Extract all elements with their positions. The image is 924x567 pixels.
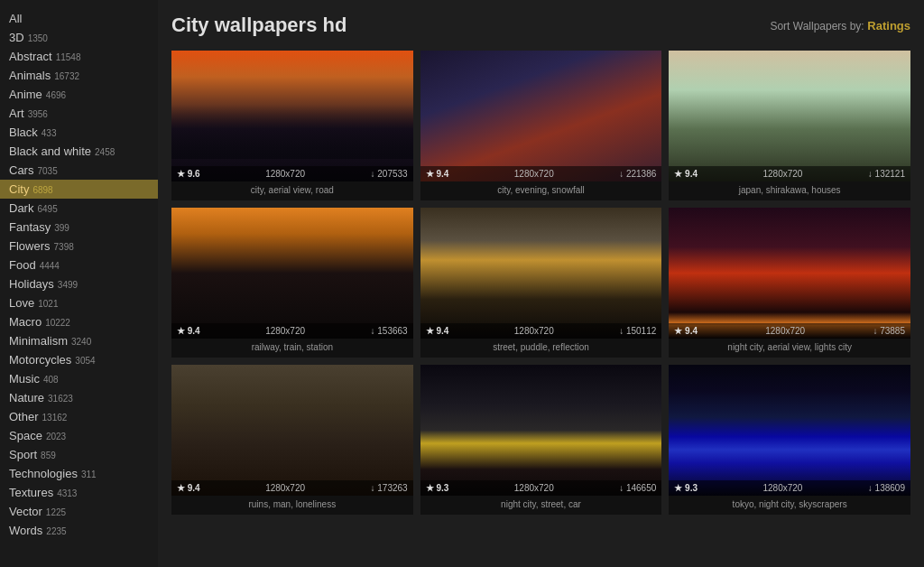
sidebar-item-label: Textures	[9, 486, 53, 499]
sidebar-item-label: Motorcycles	[9, 353, 71, 367]
wallpaper-rating: ★ 9.3	[426, 483, 449, 493]
wallpaper-card[interactable]: ★ 9.31280x720↓ 146650night city, street,…	[420, 365, 662, 515]
sidebar-item-space[interactable]: Space2023	[0, 426, 158, 445]
sidebar-item-label: Cars	[9, 163, 33, 177]
wallpaper-thumbnail: ★ 9.41280x720↓ 153663	[171, 208, 413, 339]
sidebar-item-animals[interactable]: Animals16732	[0, 66, 158, 85]
wallpaper-views: ↓ 221386	[619, 169, 656, 179]
sidebar-item-other[interactable]: Other13162	[0, 407, 158, 426]
sidebar-item-holidays[interactable]: Holidays3499	[0, 274, 158, 293]
sidebar-item-love[interactable]: Love1021	[0, 293, 158, 312]
sidebar-item-macro[interactable]: Macro10222	[0, 312, 158, 331]
sidebar-item-count: 7398	[54, 242, 74, 252]
sidebar-item-label: Flowers	[9, 239, 51, 253]
thumb-overlay: ★ 9.31280x720↓ 138609	[669, 480, 910, 496]
main-content: City wallpapers hd Sort Wallpapers by: R…	[158, 0, 924, 567]
page-header: City wallpapers hd Sort Wallpapers by: R…	[171, 14, 910, 37]
wallpaper-card[interactable]: ★ 9.41280x720↓ 221386city, evening, snow…	[420, 51, 662, 200]
wallpaper-thumbnail: ★ 9.31280x720↓ 138609	[669, 365, 910, 496]
sidebar-item-count: 1350	[28, 33, 48, 43]
sidebar-item-label: Minimalism	[9, 334, 68, 348]
sidebar-item-fantasy[interactable]: Fantasy399	[0, 218, 158, 237]
sidebar-item-sport[interactable]: Sport859	[0, 445, 158, 464]
wallpaper-card[interactable]: ★ 9.41280x720↓ 173263ruins, man, lonelin…	[171, 365, 413, 515]
wallpaper-views: ↓ 73885	[873, 326, 905, 336]
sidebar-item-3d[interactable]: 3D1350	[0, 28, 158, 47]
sidebar-item-count: 10222	[45, 318, 70, 328]
thumb-overlay: ★ 9.41280x720↓ 132121	[669, 166, 910, 181]
wallpaper-card[interactable]: ★ 9.31280x720↓ 138609tokyo, night city, …	[669, 365, 910, 515]
wallpaper-tags: night city, aerial view, lights city	[669, 339, 910, 358]
sidebar-item-label: Black and white	[9, 144, 91, 158]
sidebar-item-label: All	[9, 12, 22, 25]
sidebar-item-label: Animals	[9, 69, 51, 82]
sidebar-item-count: 1021	[38, 299, 58, 309]
sidebar-item-label: Fantasy	[9, 220, 51, 234]
wallpaper-grid: ★ 9.61280x720↓ 207533city, aerial view, …	[171, 51, 910, 515]
sidebar-item-minimalism[interactable]: Minimalism3240	[0, 331, 158, 350]
sidebar-item-city[interactable]: City6898	[0, 180, 158, 199]
wallpaper-resolution: 1280x720	[265, 326, 305, 336]
page-title: City wallpapers hd	[171, 14, 346, 37]
wallpaper-tags: ruins, man, loneliness	[171, 496, 413, 515]
sort-value[interactable]: Ratings	[867, 19, 910, 33]
sidebar-item-music[interactable]: Music408	[0, 369, 158, 388]
wallpaper-card[interactable]: ★ 9.41280x720↓ 150112street, puddle, ref…	[420, 208, 662, 358]
thumb-overlay: ★ 9.41280x720↓ 173263	[171, 480, 413, 496]
sidebar-item-flowers[interactable]: Flowers7398	[0, 237, 158, 256]
sidebar-item-label: Abstract	[9, 50, 52, 63]
wallpaper-views: ↓ 146650	[619, 483, 656, 493]
wallpaper-rating: ★ 9.4	[177, 326, 200, 336]
sidebar-item-black-and-white[interactable]: Black and white2458	[0, 142, 158, 161]
wallpaper-views: ↓ 138609	[868, 483, 905, 493]
wallpaper-thumbnail: ★ 9.41280x720↓ 150112	[420, 208, 662, 339]
sidebar-item-count: 6495	[37, 204, 57, 214]
wallpaper-rating: ★ 9.4	[674, 326, 698, 336]
wallpaper-card[interactable]: ★ 9.61280x720↓ 207533city, aerial view, …	[171, 51, 413, 200]
sort-control[interactable]: Sort Wallpapers by: Ratings	[770, 19, 910, 33]
sidebar-item-all[interactable]: All	[0, 9, 158, 28]
sidebar-item-technologies[interactable]: Technologies311	[0, 464, 158, 483]
sidebar-item-count: 311	[81, 469, 97, 479]
wallpaper-resolution: 1280x720	[765, 326, 805, 336]
sidebar-item-count: 3240	[71, 337, 91, 347]
sidebar-item-vector[interactable]: Vector1225	[0, 502, 158, 521]
sidebar-item-label: Love	[9, 296, 34, 310]
sidebar-item-label: Anime	[9, 88, 42, 101]
sidebar-item-label: Dark	[9, 201, 33, 215]
sidebar-item-count: 3499	[58, 280, 78, 290]
sidebar-item-label: Nature	[9, 391, 44, 404]
wallpaper-resolution: 1280x720	[265, 483, 305, 493]
sidebar-item-count: 859	[41, 451, 56, 460]
wallpaper-thumbnail: ★ 9.41280x720↓ 132121	[669, 51, 910, 181]
sidebar-item-textures[interactable]: Textures4313	[0, 483, 158, 502]
sidebar-item-count: 13162	[42, 413, 68, 423]
thumb-overlay: ★ 9.41280x720↓ 153663	[171, 323, 413, 339]
sidebar-item-count: 2458	[95, 147, 115, 157]
sidebar-item-nature[interactable]: Nature31623	[0, 388, 158, 407]
sidebar-item-words[interactable]: Words2235	[0, 521, 158, 540]
wallpaper-tags: city, aerial view, road	[171, 181, 413, 200]
sidebar-item-label: Vector	[9, 505, 42, 518]
wallpaper-card[interactable]: ★ 9.41280x720↓ 153663railway, train, sta…	[171, 208, 413, 358]
sidebar-item-abstract[interactable]: Abstract11548	[0, 47, 158, 66]
wallpaper-thumbnail: ★ 9.41280x720↓ 73885	[669, 208, 910, 339]
sidebar-item-anime[interactable]: Anime4696	[0, 85, 158, 104]
sidebar-item-art[interactable]: Art3956	[0, 104, 158, 123]
sidebar-item-count: 4444	[40, 261, 60, 271]
sidebar-item-count: 6898	[32, 185, 52, 195]
sidebar-item-black[interactable]: Black433	[0, 123, 158, 142]
wallpaper-tags: city, evening, snowfall	[420, 181, 662, 200]
wallpaper-card[interactable]: ★ 9.41280x720↓ 132121japan, shirakawa, h…	[669, 51, 910, 200]
wallpaper-views: ↓ 153663	[371, 326, 408, 336]
sidebar-item-cars[interactable]: Cars7035	[0, 161, 158, 180]
sidebar-item-food[interactable]: Food4444	[0, 256, 158, 274]
wallpaper-card[interactable]: ★ 9.41280x720↓ 73885night city, aerial v…	[669, 208, 910, 358]
sidebar-item-count: 2235	[46, 526, 66, 536]
wallpaper-rating: ★ 9.4	[426, 169, 449, 179]
thumb-overlay: ★ 9.31280x720↓ 146650	[420, 480, 662, 496]
sidebar-item-dark[interactable]: Dark6495	[0, 199, 158, 218]
sidebar-item-motorcycles[interactable]: Motorcycles3054	[0, 350, 158, 369]
wallpaper-tags: tokyo, night city, skyscrapers	[669, 496, 910, 515]
wallpaper-rating: ★ 9.6	[177, 169, 200, 179]
